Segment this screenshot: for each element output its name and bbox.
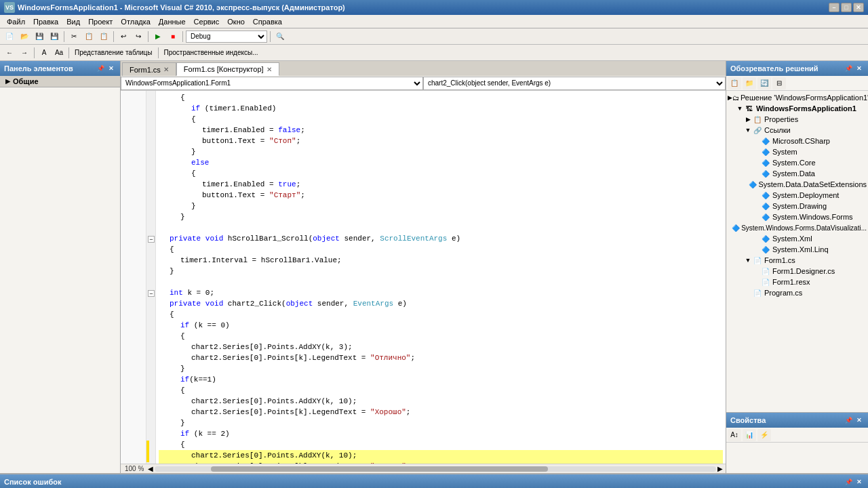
code-content[interactable]: { if (timer1.Enabled) { timer1.Enabled =… [156,91,726,464]
toolbox-header-buttons: 📌 ✕ [96,64,116,73]
tb-redo[interactable]: ↪ [132,30,145,43]
tb-undo[interactable]: ↩ [117,30,130,43]
toolbar-1: 📄 📂 💾 💾 ✂ 📋 📋 ↩ ↪ ▶ ■ Debug Release 🔍 [0,28,868,45]
code-line: { [159,92,723,103]
sol-tb-refresh[interactable]: 🔄 [757,77,771,89]
menu-data[interactable]: Данные [155,16,190,27]
tab-form1cs-close[interactable]: ✕ [163,66,169,73]
horizontal-scrollbar[interactable]: 100 % ◀ ▶ [121,464,726,473]
tree-item-system-xml[interactable]: 🔷 System.Xml [728,233,867,244]
tree-item-microsoft-csharp[interactable]: 🔷 Microsoft.CSharp [728,136,867,146]
code-line: chart2.Series[0].Points[k].LegendText = … [159,352,723,363]
menu-window[interactable]: Окно [223,16,249,27]
title-text: WindowsFormsApplication1 - Microsoft Vis… [18,3,345,12]
tree-item-form1cs[interactable]: ▼ 📄 Form1.cs [728,255,867,266]
tb2-replace[interactable]: Aa [52,47,66,59]
tree-item-system-data[interactable]: 🔷 System.Data [728,168,867,179]
errors-close-button[interactable]: ✕ [854,477,864,487]
tb-new[interactable]: 📄 [3,30,16,43]
menu-debug[interactable]: Отладка [117,16,154,27]
tree-item-form1-designer[interactable]: 📄 Form1.Designer.cs [728,266,867,277]
tab-form1cs-designer[interactable]: Form1.cs [Конструктор] ✕ [176,62,279,76]
form1cs-icon: 📄 [752,256,763,265]
menu-view[interactable]: Вид [62,16,84,27]
menu-file[interactable]: Файл [3,16,29,27]
tree-item-solution[interactable]: ▶ 🗂 Решение 'WindowsFormsApplication1' (… [728,92,867,103]
toolbox-close-button[interactable]: ✕ [106,64,116,73]
sol-tb-showfiles[interactable]: 📁 [743,77,756,89]
tb2-back[interactable]: ← [3,47,16,59]
props-close-button[interactable]: ✕ [854,415,864,425]
tb-paste[interactable]: 📋 [97,30,111,43]
solution-tree: ▶ 🗂 Решение 'WindowsFormsApplication1' (… [726,91,868,412]
tree-item-project[interactable]: ▼ 🏗 WindowsFormsApplication1 [728,103,867,114]
sol-tb-properties[interactable]: 📋 [728,77,741,89]
code-line: private void hScrollBar1_Scroll(object s… [159,233,723,244]
maximize-button[interactable]: □ [841,3,852,12]
menu-help[interactable]: Справка [249,16,286,27]
collapse-btn-2[interactable]: − [148,290,155,297]
menu-tools[interactable]: Сервис [190,16,224,27]
tree-item-form1-resx[interactable]: 📄 Form1.resx [728,277,867,287]
solution-explorer-title: Обозреватель решений [730,64,818,73]
tb-cut[interactable]: ✂ [67,30,81,43]
code-line: } [159,418,723,428]
zoom-increase-btn[interactable]: ▶ [717,465,723,472]
ref-icon-dataviz: 🔷 [732,223,740,232]
menu-edit[interactable]: Правка [29,16,62,27]
tb2-fwd[interactable]: → [18,47,31,59]
sol-tb-collapsall[interactable]: ⊟ [772,77,786,89]
tb-start[interactable]: ▶ [151,30,165,43]
h-scroll-thumb[interactable] [211,466,548,472]
zoom-decrease-btn[interactable]: ◀ [148,465,153,472]
sep4 [182,31,183,42]
solution-pin-button[interactable]: 📌 [844,64,853,73]
code-line: { [159,309,723,320]
code-line: private void chart2_Click(object sender,… [159,298,723,309]
nav-class-dropdown[interactable]: WindowsFormsApplication1.Form1 [121,77,423,90]
tree-item-system-winforms-dataviz[interactable]: 🔷 System.Windows.Forms.DataVisualizati..… [728,222,867,233]
menu-project[interactable]: Проект [84,16,117,27]
collapse-btn-1[interactable]: − [148,236,155,243]
minimize-button[interactable]: – [829,3,840,12]
code-line: int k = 0; [159,287,723,298]
props-tb-cat[interactable]: 📊 [743,429,756,441]
tb-save[interactable]: 💾 [33,30,46,43]
code-line: chart2.Series[0].Points.AddXY(k, 10); [159,396,723,407]
solution-close-button[interactable]: ✕ [854,64,864,73]
close-button[interactable]: ✕ [853,3,864,12]
code-line: { [159,439,723,450]
tree-item-system-core[interactable]: 🔷 System.Core [728,157,867,168]
code-line: if (timer1.Enabled) [159,103,723,114]
tb-copy[interactable]: 📋 [82,30,96,43]
tree-item-system-xml-linq[interactable]: 🔷 System.Xml.Linq [728,244,867,255]
build-config-dropdown[interactable]: Debug Release [186,30,267,43]
ref-label-xml: System.Xml [772,235,812,243]
tree-item-system-data-ext[interactable]: 🔷 System.Data.DataSetExtensions [728,179,867,190]
props-tb-events[interactable]: ⚡ [757,429,771,441]
tree-item-system-winforms[interactable]: 🔷 System.Windows.Forms [728,211,867,222]
tab-form1cs[interactable]: Form1.cs ✕ [122,62,176,76]
props-pin-button[interactable]: 📌 [844,415,853,425]
tree-item-system[interactable]: 🔷 System [728,146,867,157]
props-tb-sort[interactable]: A↕ [728,429,741,441]
nav-method-dropdown[interactable]: chart2_Click(object sender, EventArgs e) [423,77,726,90]
tb-search[interactable]: 🔍 [273,30,287,43]
tree-item-references[interactable]: ▼ 🔗 Ссылки [728,125,867,136]
tree-item-properties[interactable]: ▶ 📋 Properties [728,114,867,125]
tree-item-system-deploy[interactable]: 🔷 System.Deployment [728,190,867,201]
tb-open[interactable]: 📂 [18,30,31,43]
tb-saveall[interactable]: 💾 [47,30,61,43]
ref-label-system-core: System.Core [772,159,816,167]
toolbox-pin-button[interactable]: 📌 [96,64,105,73]
properties-icon: 📋 [752,115,763,124]
tab-designer-close[interactable]: ✕ [267,66,272,73]
tb-stop[interactable]: ■ [166,30,180,43]
h-scroll-track[interactable] [155,466,716,472]
tb2-find[interactable]: A [37,47,51,59]
tree-item-program-cs[interactable]: 📄 Program.cs [728,287,867,298]
toolbox-header: Панель элементов 📌 ✕ [0,61,120,76]
errors-pin-button[interactable]: 📌 [844,477,853,487]
tree-item-system-drawing[interactable]: 🔷 System.Drawing [728,201,867,211]
toolbox-group-common[interactable]: ▶ Общие [0,76,120,87]
